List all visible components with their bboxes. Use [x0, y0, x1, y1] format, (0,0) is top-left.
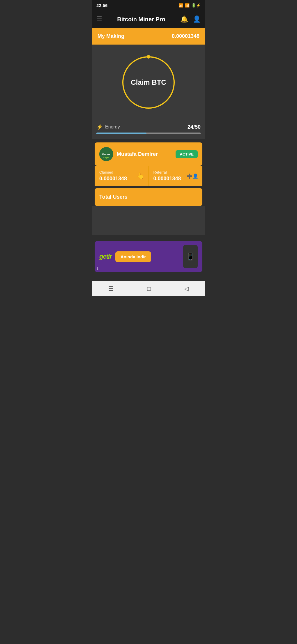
content-spacer — [92, 212, 205, 235]
energy-left: ⚡ Energy — [96, 124, 120, 130]
bottom-nav: ☰ □ ◁ — [92, 281, 205, 296]
app-bar-icons: 🔔 👤 — [180, 15, 201, 23]
energy-section: ⚡ Energy 24/50 — [92, 120, 205, 139]
stats-row: Claimed 0.00001348 👆 Referral 0.00001348… — [95, 166, 202, 186]
app-bar: ☰ Bitcoin Miner Pro 🔔 👤 — [92, 10, 205, 28]
claimed-stat-cell: Claimed 0.00001348 👆 — [95, 166, 149, 186]
getir-logo: getir — [99, 253, 112, 260]
user-card: Bonus Capta Mustafa Demirer ACTIVE — [95, 142, 202, 166]
bottom-nav-menu[interactable]: ☰ — [108, 285, 114, 292]
battery-icon: 🔋⚡ — [191, 3, 201, 8]
ad-phone-image: 📱 — [183, 245, 198, 268]
energy-value: 24/50 — [188, 124, 201, 130]
wifi-icon: 📶 — [178, 3, 183, 8]
ad-info-icon: ℹ — [97, 267, 98, 271]
getir-button[interactable]: Anında indir — [115, 251, 151, 262]
user-icon[interactable]: 👤 — [193, 15, 201, 23]
user-card-left: Bonus Capta Mustafa Demirer — [99, 147, 158, 161]
claim-section: Claim BTC — [92, 45, 205, 120]
claimed-icon: 👆 — [137, 172, 144, 180]
my-making-banner: My Making 0.00001348 — [92, 28, 205, 45]
my-making-label: My Making — [98, 33, 124, 39]
ad-left: getir Anında indir — [99, 251, 151, 262]
energy-bar-fill — [96, 133, 146, 134]
bottom-nav-back[interactable]: ◁ — [184, 285, 189, 292]
energy-bar-background — [96, 133, 201, 134]
referral-icon[interactable]: ➕👤 — [187, 173, 198, 179]
bottom-nav-home[interactable]: □ — [147, 285, 151, 292]
claim-circle-container: Claim BTC — [122, 56, 175, 109]
spacer — [92, 206, 205, 212]
energy-header: ⚡ Energy 24/50 — [96, 124, 201, 130]
energy-label: Energy — [105, 124, 120, 130]
total-users-label: Total Users — [99, 194, 128, 200]
total-users-banner: Total Users — [95, 188, 202, 206]
ad-banner[interactable]: getir Anında indir 📱 ℹ — [95, 241, 202, 272]
user-avatar: Bonus Capta — [99, 147, 113, 161]
user-name: Mustafa Demirer — [117, 151, 158, 157]
referral-stat-cell: Referral 0.00001348 ➕👤 — [149, 166, 203, 186]
status-icons: 📶 📶 🔋⚡ — [178, 3, 201, 8]
signal-icon: 📶 — [185, 3, 190, 8]
bell-icon[interactable]: 🔔 — [180, 15, 188, 23]
claim-btc-text: Claim BTC — [131, 78, 166, 87]
menu-icon[interactable]: ☰ — [96, 15, 102, 23]
status-bar: 22:56 📶 📶 🔋⚡ — [92, 0, 205, 10]
my-making-value: 0.00001348 — [172, 33, 199, 39]
svg-text:Bonus: Bonus — [102, 153, 110, 156]
svg-text:Capta: Capta — [103, 156, 109, 159]
app-title: Bitcoin Miner Pro — [107, 16, 176, 23]
status-time: 22:56 — [96, 3, 107, 8]
lightning-icon: ⚡ — [96, 124, 103, 130]
active-badge: ACTIVE — [176, 150, 198, 158]
claim-btc-button[interactable]: Claim BTC — [122, 56, 175, 109]
